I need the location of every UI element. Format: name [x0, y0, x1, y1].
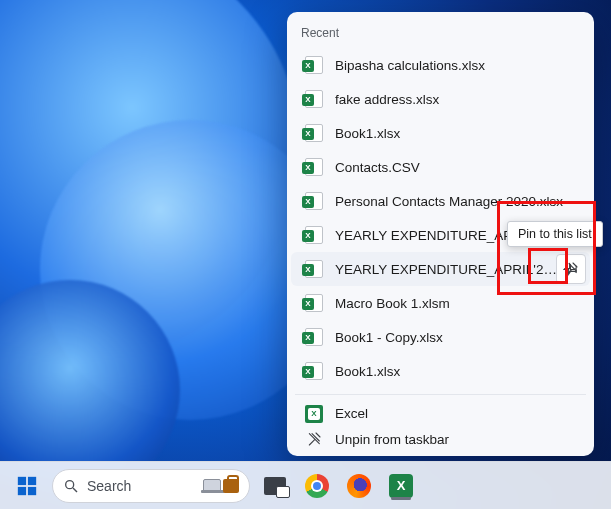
taskbar-active-indicator: [391, 497, 411, 500]
jumplist-item[interactable]: Macro Book 1.xlsm: [291, 286, 590, 320]
jumplist-recent-list: Bipasha calculations.xlsx fake address.x…: [287, 48, 594, 388]
jumplist-item-label: Macro Book 1.xlsm: [335, 296, 576, 311]
search-highlight-icon: [203, 479, 239, 493]
search-icon: [63, 478, 79, 494]
excel-file-icon: [305, 260, 323, 278]
jumplist-section-header: Recent: [287, 22, 594, 48]
separator: [295, 394, 586, 395]
jumplist-item[interactable]: Personal Contacts Manager 2020.xlsx: [291, 184, 590, 218]
jumplist-item[interactable]: Book1.xlsx: [291, 116, 590, 150]
jumplist-unpin-label: Unpin from taskbar: [335, 432, 576, 447]
pin-to-list-button[interactable]: [556, 254, 586, 284]
excel-file-icon: [305, 192, 323, 210]
jumplist-item-label: Book1.xlsx: [335, 126, 576, 141]
chrome-icon: [305, 474, 329, 498]
jumplist-item-label: Contacts.CSV: [335, 160, 576, 175]
svg-rect-2: [18, 486, 26, 494]
excel-app-icon: [305, 405, 323, 423]
jumplist-app-row[interactable]: Excel: [291, 401, 590, 427]
excel-file-icon: [305, 90, 323, 108]
excel-file-icon: [305, 328, 323, 346]
jumplist-item-label: fake address.xlsx: [335, 92, 576, 107]
svg-rect-0: [18, 476, 26, 484]
excel-file-icon: [305, 294, 323, 312]
excel-file-icon: [305, 56, 323, 74]
excel-file-icon: [305, 158, 323, 176]
taskbar-app-chrome[interactable]: [300, 469, 334, 503]
taskbar: Search X: [0, 461, 611, 509]
jumplist-item-label: Bipasha calculations.xlsx: [335, 58, 576, 73]
taskbar-search[interactable]: Search: [52, 469, 250, 503]
jumplist-item[interactable]: Book1 - Copy.xlsx: [291, 320, 590, 354]
jumplist-item-label: Book1 - Copy.xlsx: [335, 330, 576, 345]
taskbar-app-firefox[interactable]: [342, 469, 376, 503]
svg-point-4: [66, 480, 74, 488]
pin-icon: [562, 260, 580, 278]
jumplist-item[interactable]: Bipasha calculations.xlsx: [291, 48, 590, 82]
firefox-icon: [347, 474, 371, 498]
tooltip-pin-to-list: Pin to this list: [507, 221, 603, 247]
taskbar-search-placeholder: Search: [87, 478, 195, 494]
jumplist-item-label: Personal Contacts Manager 2020.xlsx: [335, 194, 576, 209]
task-view-icon: [264, 477, 286, 495]
jumplist-item[interactable]: Book1.xlsx: [291, 354, 590, 388]
start-button[interactable]: [10, 469, 44, 503]
svg-line-5: [73, 488, 77, 492]
unpin-icon: [305, 430, 323, 448]
jumplist-item[interactable]: fake address.xlsx: [291, 82, 590, 116]
excel-file-icon: [305, 226, 323, 244]
jumplist-item-label: Book1.xlsx: [335, 364, 576, 379]
jumplist-unpin-row[interactable]: Unpin from taskbar: [291, 426, 590, 452]
taskbar-app-excel[interactable]: X: [384, 469, 418, 503]
jumplist-item[interactable]: Contacts.CSV: [291, 150, 590, 184]
svg-rect-1: [28, 476, 36, 484]
windows-logo-icon: [16, 475, 38, 497]
svg-rect-3: [28, 486, 36, 494]
jumplist-item-label: YEARLY EXPENDITURE_APRIL'2…: [335, 262, 576, 277]
excel-file-icon: [305, 124, 323, 142]
excel-file-icon: [305, 362, 323, 380]
excel-icon: X: [389, 474, 413, 498]
task-view-button[interactable]: [258, 469, 292, 503]
jumplist-app-label: Excel: [335, 406, 576, 421]
jumplist-item[interactable]: YEARLY EXPENDITURE_APRIL'2…: [291, 252, 590, 286]
